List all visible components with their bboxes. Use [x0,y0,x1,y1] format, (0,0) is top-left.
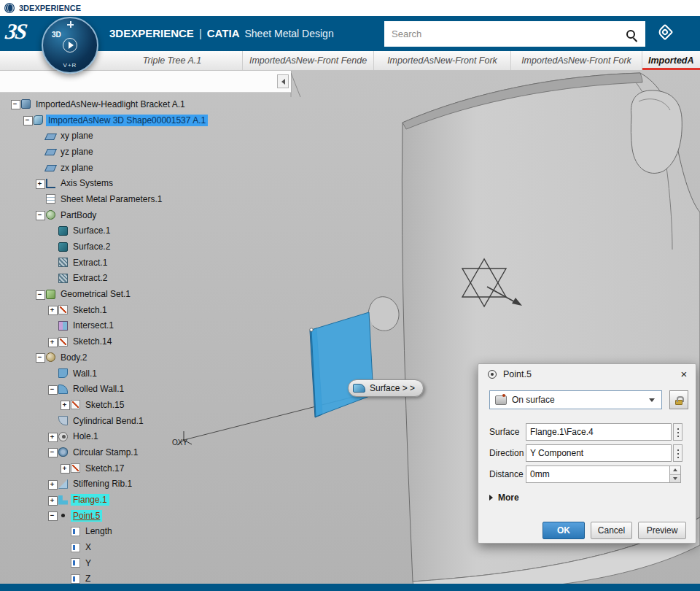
spinner-down-icon[interactable] [670,474,680,483]
tree-item[interactable]: Circular Stamp.1 [0,444,208,460]
expander-icon[interactable] [47,476,57,492]
extract-icon [58,274,68,283]
tag-button[interactable] [654,20,677,44]
expander-icon[interactable] [47,302,57,318]
surface-context-button[interactable] [673,423,682,441]
flange-face-highlight[interactable] [311,312,373,417]
direction-context-button[interactable] [673,444,682,462]
point-type-dropdown[interactable]: On surface [489,390,662,409]
tree-item[interactable]: ImportedAsNew 3D Shape00001537 A.1 [0,112,208,128]
rolled-wall-icon [58,385,68,394]
expander-icon[interactable] [47,381,57,397]
search-button[interactable] [616,21,645,47]
compass-vr-label[interactable]: V+R [43,62,97,69]
tab-headlight-bracket-active[interactable]: ImportedA [642,51,700,70]
distance-input[interactable] [526,466,670,483]
tab-front-fender[interactable]: ImportedAsNew-Front Fende [243,51,374,70]
tree-item[interactable]: PartBody [0,207,208,223]
expander-icon[interactable] [35,207,44,223]
expander-icon[interactable] [23,112,32,128]
direction-field-row: Direction [489,444,682,463]
brand-label: 3DEXPERIENCE [19,4,81,12]
expander-icon[interactable] [47,333,57,349]
tree-item[interactable]: zx plane [0,160,208,176]
expander-icon[interactable] [60,397,69,413]
app-name: CATIA [207,27,240,39]
expander-icon[interactable] [35,175,44,191]
expander-icon[interactable] [35,349,44,366]
tree-item[interactable]: Sketch.17 [0,460,208,476]
tree-item[interactable]: Geometrical Set.1 [0,286,208,302]
tree-item[interactable]: Cylindrical Bend.1 [0,413,208,429]
tree-item[interactable]: xy plane [0,128,208,144]
tree-item[interactable]: Extract.1 [0,255,208,271]
preview-button[interactable]: Preview [638,522,686,539]
tree-item[interactable]: Surface.1 [0,223,208,239]
tree-item[interactable]: X [0,539,208,555]
specification-tree: ImportedAsNew-Headlight Bracket A.1 Impo… [0,96,208,587]
close-icon[interactable]: × [677,368,691,382]
tree-item[interactable]: Body.2 [0,349,208,366]
ok-button[interactable]: OK [542,522,585,539]
compass-play-icon[interactable] [63,38,77,53]
expander-icon[interactable] [47,444,57,460]
expander-icon[interactable] [10,96,20,112]
collapse-tree-button[interactable] [277,74,289,88]
tree-item[interactable]: Rolled Wall.1 [0,381,208,397]
surface-command-tooltip[interactable]: Surface > > [348,379,424,397]
flange-curl[interactable] [368,297,399,331]
expander-icon[interactable] [35,286,44,302]
tree-item[interactable]: Y [0,555,208,571]
tree-item[interactable]: Flange.1 [0,492,208,508]
point-icon [488,370,497,379]
tree-item[interactable]: Sketch.14 [0,333,208,349]
tree-indent [47,413,57,429]
expander-icon[interactable] [47,508,57,524]
tree-item[interactable]: Sketch.15 [0,397,208,413]
more-expander[interactable]: More [489,492,519,503]
tree-item[interactable]: Surface.2 [0,239,208,255]
tree-item[interactable]: Wall.1 [0,366,208,382]
tree-item[interactable]: ImportedAsNew-Headlight Bracket A.1 [0,96,208,112]
lock-button[interactable] [669,390,688,409]
dialog-title-bar[interactable]: Point.5 [478,364,696,385]
distance-field-label: Distance [489,469,526,479]
tab-triple-tree[interactable]: Triple Tree A.1 [102,51,243,70]
tree-item[interactable]: Intersect.1 [0,318,208,334]
compass-north-icon [67,21,74,28]
tree-item[interactable]: Sketch.1 [0,302,208,318]
spinner-up-icon[interactable] [670,466,680,474]
tree-item[interactable]: yz plane [0,144,208,160]
search-box [384,21,645,47]
3d-compass[interactable]: 3D V+R [42,17,98,74]
direction-input[interactable] [526,444,672,462]
point-icon [58,511,68,520]
tree-item[interactable]: Axis Systems [0,175,208,191]
cancel-button[interactable]: Cancel [591,522,632,539]
tree-item[interactable]: Length [0,524,208,540]
tree-item[interactable]: Stiffening Rib.1 [0,476,208,492]
sketch-icon [71,463,80,473]
search-input[interactable] [384,21,616,47]
expander-icon[interactable] [47,428,57,444]
flange-vertex-point[interactable] [310,328,313,331]
tree-item[interactable]: Point.5 [0,508,208,524]
expander-icon[interactable] [47,492,57,508]
tree-item[interactable]: Extract.2 [0,271,208,287]
tab-front-fork-1[interactable]: ImportedAsNew-Front Fork [374,51,511,70]
tree-indent [47,318,57,334]
surface-input[interactable] [526,423,672,441]
sketch-icon [58,337,68,347]
tab-front-fork-2[interactable]: ImportedAsNew-Front Fork [511,51,642,70]
product-icon [21,99,31,109]
cylindrical-bend-icon [58,416,68,425]
compass-3d-label[interactable]: 3D [52,31,61,39]
tree-item[interactable]: Hole.1 [0,428,208,444]
application-header: 3S 3DEXPERIENCE | CATIA Sheet Metal Desi… [0,16,700,51]
surface-field-row: Surface [489,422,682,441]
surface-icon [353,384,365,393]
expander-icon[interactable] [60,460,69,476]
chevron-down-icon [649,398,655,402]
more-label: More [498,492,519,503]
tree-item[interactable]: Sheet Metal Parameters.1 [0,191,208,207]
